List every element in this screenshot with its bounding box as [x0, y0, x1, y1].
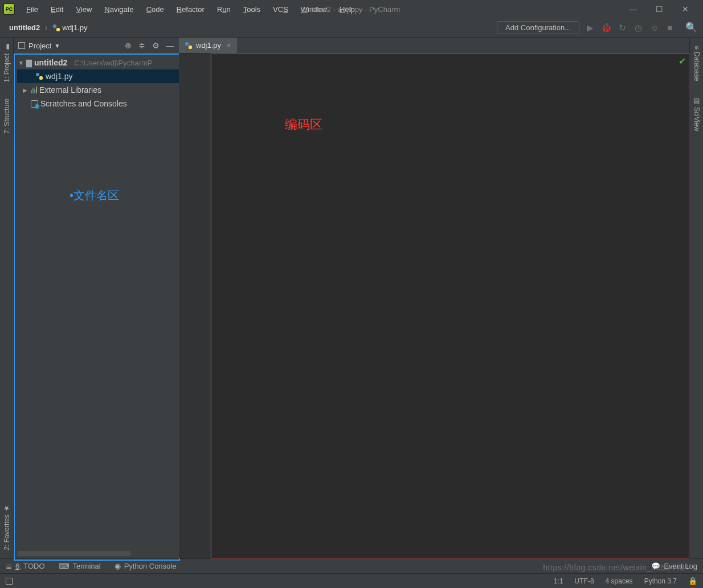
project-view-selector[interactable]: Project ▼ [28, 42, 60, 50]
minimize-button[interactable]: — [628, 5, 638, 14]
search-everywhere-icon[interactable]: 🔍 [685, 22, 697, 34]
file-encoding[interactable]: UTF-8 [575, 577, 594, 585]
svg-rect-2 [36, 73, 39, 76]
window-title: untitled2 - wdj1.py - PyCharm [303, 5, 400, 14]
horizontal-scrollbar[interactable] [17, 551, 131, 556]
svg-rect-0 [53, 24, 56, 28]
tree-project-root[interactable]: ▼ ▇ untitled2 C:\Users\wdj\PycharmP [17, 56, 179, 69]
chevron-down-icon: ▼ [54, 43, 60, 49]
caret-position[interactable]: 1:1 [554, 577, 563, 585]
menu-navigate[interactable]: Navigate [99, 3, 139, 16]
svg-rect-1 [56, 28, 60, 31]
annotation-filename-area: •文件名区 [70, 188, 119, 203]
right-tool-rail: ≡ Database ▤ SciView [689, 38, 703, 558]
stop-icon[interactable]: ■ [665, 23, 675, 32]
close-tab-icon[interactable]: × [227, 41, 231, 50]
locate-icon[interactable]: ⊕ [125, 41, 132, 50]
svg-rect-4 [185, 42, 189, 46]
menu-refactor[interactable]: Refactor [171, 3, 210, 16]
toolwindow-terminal[interactable]: ⌨ Terminal [59, 562, 101, 570]
editor-gutter[interactable] [179, 54, 211, 558]
toolwindow-todo[interactable]: ≣ 6: TODO [6, 562, 45, 570]
folder-icon: ▮ [4, 46, 10, 51]
menu-run[interactable]: Run [211, 3, 236, 16]
tree-external-libraries[interactable]: ▶ External Libraries [17, 83, 179, 97]
editor-area: wdj1.py × 编码区 ✔ [179, 38, 689, 558]
sciview-icon: ▤ [693, 97, 701, 105]
chevron-right-icon[interactable]: ▶ [23, 87, 28, 93]
database-icon: ≡ [693, 46, 701, 50]
editor-tabs: wdj1.py × [179, 38, 689, 54]
toolwindow-event-log[interactable]: 💬 Event Log [651, 562, 697, 570]
python-file-icon [35, 72, 43, 80]
tree-scratches[interactable]: Scratches and Consoles [17, 97, 179, 110]
expand-icon[interactable]: ≑ [138, 41, 145, 50]
close-button[interactable]: ✕ [680, 5, 690, 14]
menu-vcs[interactable]: VCS [267, 3, 294, 16]
breadcrumb-root[interactable]: untitled2 [6, 22, 43, 33]
menu-code[interactable]: Code [141, 3, 170, 16]
run-icon[interactable]: ▶ [585, 23, 595, 33]
terminal-icon: ⌨ [59, 562, 70, 570]
debug-icon[interactable]: 🐞 [601, 23, 611, 33]
project-path: C:\Users\wdj\PycharmP [74, 59, 152, 67]
svg-rect-3 [39, 76, 43, 80]
event-log-icon: 💬 [651, 562, 660, 570]
toolwindow-python-console[interactable]: ◉ Python Console [115, 562, 177, 570]
annotation-code-area: 编码区 [285, 116, 322, 133]
rail-favorites-button[interactable]: 2: Favorites ★ [3, 504, 11, 550]
menu-edit[interactable]: Edit [45, 3, 69, 16]
svg-rect-5 [189, 46, 192, 49]
window-controls: — ☐ ✕ [628, 5, 700, 14]
editor-tab-wdj1[interactable]: wdj1.py × [179, 37, 237, 53]
rail-database-button[interactable]: ≡ Database [693, 46, 701, 81]
tree-file-wdj1[interactable]: wdj1.py [17, 69, 179, 83]
navigation-bar: untitled2 › wdj1.py Add Configuration...… [0, 18, 703, 38]
python-file-icon [52, 24, 60, 32]
libraries-icon [31, 87, 37, 93]
rail-structure-button[interactable]: 7: Structure [3, 98, 11, 134]
breadcrumb-file[interactable]: wdj1.py [49, 22, 91, 33]
pycharm-app-icon: PC [3, 3, 15, 15]
hide-panel-icon[interactable]: — [166, 41, 174, 50]
lock-icon[interactable]: 🔒 [688, 577, 697, 585]
folder-icon: ▇ [26, 59, 32, 67]
statusbar-toggle-icon[interactable] [6, 578, 13, 585]
project-tool-window: Project ▼ ⊕ ≑ ⚙ — ▼ ▇ untitled2 C:\Users… [14, 38, 179, 558]
add-configuration-button[interactable]: Add Configuration... [497, 21, 579, 34]
menu-file[interactable]: File [21, 3, 44, 16]
breadcrumb-file-label: wdj1.py [63, 23, 88, 32]
attach-icon[interactable]: ⎋ [649, 23, 659, 32]
coverage-icon[interactable]: ↻ [617, 23, 627, 33]
project-tree[interactable]: ▼ ▇ untitled2 C:\Users\wdj\PycharmP wdj1… [14, 54, 179, 558]
project-panel-header: Project ▼ ⊕ ≑ ⚙ — [14, 38, 179, 54]
indent-settings[interactable]: 4 spaces [606, 577, 633, 585]
rail-sciview-button[interactable]: ▤ SciView [693, 97, 701, 131]
python-interpreter[interactable]: Python 3.7 [644, 577, 677, 585]
bottom-toolwindow-bar: ≣ 6: TODO ⌨ Terminal ◉ Python Console 💬 … [0, 558, 703, 573]
maximize-button[interactable]: ☐ [654, 5, 664, 14]
left-tool-rail: 1: Project ▮ 7: Structure 2: Favorites ★ [0, 38, 14, 558]
menu-view[interactable]: View [70, 3, 97, 16]
star-icon: ★ [3, 504, 11, 512]
titlebar: PC File Edit View Navigate Code Refactor… [0, 0, 703, 18]
rail-project-button[interactable]: 1: Project ▮ [3, 46, 11, 83]
todo-icon: ≣ [6, 562, 12, 570]
annotation-red-box [211, 54, 689, 558]
gear-icon[interactable]: ⚙ [152, 41, 160, 50]
chevron-down-icon[interactable]: ▼ [18, 60, 24, 66]
python-file-icon [185, 42, 193, 50]
project-view-icon[interactable] [18, 42, 25, 49]
python-console-icon: ◉ [115, 562, 121, 570]
editor-body[interactable]: 编码区 ✔ [179, 54, 689, 558]
inspection-ok-icon[interactable]: ✔ [679, 56, 686, 67]
menu-tools[interactable]: Tools [238, 3, 266, 16]
breadcrumb-separator-icon: › [44, 23, 47, 33]
scratches-icon [31, 100, 38, 108]
code-area[interactable]: 编码区 [211, 54, 689, 558]
status-bar: 1:1 UTF-8 4 spaces Python 3.7 🔒 [0, 573, 703, 588]
profile-icon[interactable]: ◷ [633, 23, 643, 33]
